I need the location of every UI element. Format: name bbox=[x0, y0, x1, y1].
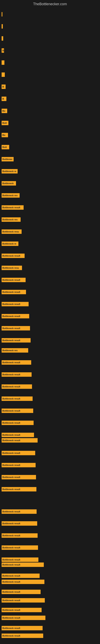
bar-label: Bottleneck result bbox=[2, 315, 20, 317]
bar-item: Bottleneck bbox=[1, 181, 16, 186]
bar-item: Bottleneck re bbox=[1, 169, 18, 174]
bar-item: Bottleneck result bbox=[1, 580, 44, 584]
bar-label: Bottleneck result bbox=[2, 591, 20, 593]
bar-label: Bottleneck result bbox=[2, 534, 20, 537]
bar-item: B bbox=[1, 96, 6, 101]
bar-label: Bottleneck result bbox=[2, 464, 20, 466]
bar-label: Bottleneck result bbox=[2, 522, 20, 525]
bar-label: Bottleneck result bbox=[2, 279, 20, 281]
bar-item: Bottleneck result bbox=[1, 546, 38, 550]
bar-item: Bottleneck result bbox=[1, 558, 38, 562]
bar-item: Bottleneck result bbox=[1, 574, 40, 578]
bar-label: Bott bbox=[2, 146, 7, 148]
bar-label: Bottleneck result bbox=[2, 627, 20, 629]
bar-label: Bottleneck result bbox=[2, 564, 20, 566]
bar-label: Bottleneck result bbox=[2, 476, 20, 478]
bar-label: Bottleneck result bbox=[2, 558, 20, 561]
bar-label: Bottlenec bbox=[2, 158, 12, 160]
bar-item: Bottleneck result bbox=[1, 616, 46, 620]
bar-item: Bottleneck result bbox=[1, 278, 26, 282]
bar-label: Bottleneck re bbox=[2, 242, 16, 245]
bar-item: Bottleneck result bbox=[1, 562, 44, 567]
bar-label: Bottleneck res bbox=[2, 349, 18, 352]
bar-label: Bo bbox=[2, 110, 5, 112]
site-title: TheBottlenecker.com bbox=[0, 0, 100, 7]
bar-label: Bottleneck result bbox=[2, 434, 20, 436]
bar-item bbox=[1, 24, 3, 28]
bar-label: Bottleneck result bbox=[2, 617, 20, 619]
bar-label: Bottleneck result bbox=[2, 327, 20, 330]
bar-item: Bottleneck result bbox=[1, 533, 38, 538]
bar-label: Bottleneck result bbox=[2, 398, 20, 400]
bar-item bbox=[1, 60, 4, 65]
bar-item: Bottleneck result bbox=[1, 590, 41, 594]
bar-label: Bottleneck result bbox=[2, 291, 20, 293]
bar-item bbox=[1, 36, 3, 41]
bar-label: Bottleneck resu bbox=[2, 267, 19, 269]
bar-item bbox=[1, 72, 5, 77]
bar-label: Bottleneck result bbox=[2, 361, 20, 364]
bar-item: B bbox=[1, 84, 6, 89]
bar-label: Bottleneck result bbox=[2, 452, 20, 454]
bar-item: Bottleneck result bbox=[1, 338, 31, 342]
bar-item: Bottleneck result bbox=[1, 314, 29, 318]
bar-item: Bottleneck result bbox=[1, 396, 33, 401]
bar-label: Bottleneck result bbox=[2, 339, 20, 342]
bar-label: Bottleneck result bbox=[2, 546, 20, 549]
bar-item: Bottleneck result bbox=[1, 360, 31, 365]
bar-label: Bottleneck result bbox=[2, 410, 20, 412]
bar-label: Bottleneck res bbox=[2, 194, 18, 196]
bar-item: Bottleneck result bbox=[1, 384, 32, 389]
bar-item: Bo bbox=[1, 133, 8, 137]
bar-item: Bott bbox=[1, 121, 8, 125]
bar-item: Bottleneck re bbox=[1, 242, 18, 246]
bar-item: Bottlenec bbox=[1, 157, 14, 162]
bar-item: Bottleneck result bbox=[1, 626, 43, 630]
bar-label: Bottleneck res bbox=[2, 218, 18, 221]
bar-item: Bottleneck result bbox=[1, 420, 34, 425]
bar-item: Bottleneck result bbox=[1, 487, 36, 492]
bar-item: Bottleneck result bbox=[1, 205, 24, 210]
bar-item: Bottleneck resu bbox=[1, 230, 22, 234]
bar-label: Bottleneck result bbox=[2, 634, 20, 637]
bar-item: Bottleneck result bbox=[1, 451, 35, 455]
bar-label: Bottleneck result bbox=[2, 373, 20, 376]
bar-item: B bbox=[1, 48, 4, 53]
bar-item: Bottleneck result bbox=[1, 608, 42, 612]
bar-item: Bottleneck result bbox=[1, 302, 29, 306]
bar-label: Bottleneck result bbox=[2, 599, 20, 602]
bar-item: Bottleneck res bbox=[1, 193, 20, 198]
bar-item bbox=[1, 12, 2, 16]
bar-label: Bottleneck result bbox=[2, 488, 20, 490]
bar-item: Bottleneck result bbox=[1, 509, 37, 514]
bar-item: Bottleneck result bbox=[1, 521, 37, 526]
bar-item: Bottleneck res bbox=[1, 348, 28, 352]
bar-label: Bottleneck result bbox=[2, 254, 20, 257]
bar-item: Bottleneck result bbox=[1, 372, 32, 377]
bar-item: Bottleneck res bbox=[1, 217, 21, 222]
bar-label: Bottleneck result bbox=[2, 206, 20, 209]
bar-item: Bo bbox=[1, 109, 7, 113]
bar-item: Bott bbox=[1, 145, 9, 149]
bar-item: Bottleneck resu bbox=[1, 266, 22, 270]
bar-label: Bottleneck bbox=[2, 182, 14, 184]
bar-item: Bottleneck result bbox=[1, 598, 45, 602]
bar-label: Bottleneck re bbox=[2, 170, 16, 172]
bar-item: Bottleneck result bbox=[1, 634, 43, 638]
chart-area: TheBottlenecker.com BBBBoBottBoBottBottl… bbox=[0, 0, 100, 644]
bar-item: Bottleneck result bbox=[1, 433, 34, 437]
bar-item: Bottleneck result bbox=[1, 438, 38, 442]
bar-item: Bottleneck result bbox=[1, 408, 33, 413]
bar-item: Bottleneck result bbox=[1, 326, 30, 330]
bar-label: Bottleneck resu bbox=[2, 230, 19, 233]
bar-label: Bott bbox=[2, 122, 7, 124]
bar-label: Bottleneck result bbox=[2, 580, 20, 583]
bar-item: Bottleneck result bbox=[1, 475, 36, 480]
bar-label: B bbox=[2, 86, 4, 88]
bar-label: Bottleneck result bbox=[2, 574, 20, 577]
bar-label: Bottleneck result bbox=[2, 439, 20, 442]
bar-label: B bbox=[2, 49, 4, 52]
bar-label: Bo bbox=[2, 134, 5, 136]
bar-label: Bottleneck result bbox=[2, 386, 20, 388]
bar-item: Bottleneck result bbox=[1, 463, 36, 467]
